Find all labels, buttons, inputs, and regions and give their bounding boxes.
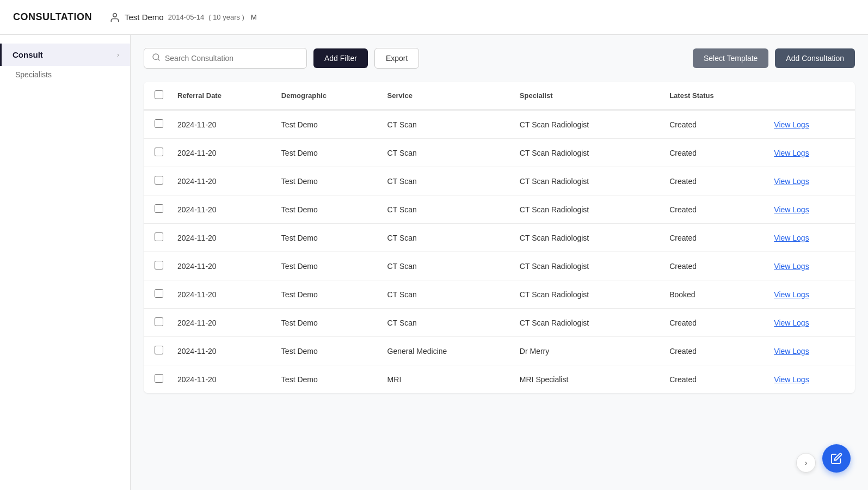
row-latest-status: Created (663, 110, 767, 139)
row-checkbox-cell (144, 110, 171, 139)
row-service: CT Scan (381, 110, 513, 139)
col-latest-status: Latest Status (663, 82, 767, 110)
chevron-right-icon: › (117, 51, 119, 59)
row-demographic: Test Demo (275, 110, 381, 139)
row-latest-status: Created (663, 252, 767, 280)
row-latest-status: Created (663, 337, 767, 365)
row-referral-date: 2024-11-20 (171, 167, 275, 195)
table-row: 2024-11-20 Test Demo CT Scan CT Scan Rad… (144, 280, 855, 309)
row-checkbox-cell (144, 337, 171, 365)
row-referral-date: 2024-11-20 (171, 224, 275, 252)
row-checkbox-7[interactable] (155, 317, 163, 326)
row-action-cell: View Logs (767, 224, 855, 252)
col-checkbox (144, 82, 171, 110)
row-demographic: Test Demo (275, 309, 381, 337)
search-box (144, 48, 307, 69)
view-logs-link[interactable]: View Logs (774, 205, 809, 214)
search-input[interactable] (165, 54, 299, 63)
row-demographic: Test Demo (275, 337, 381, 365)
table-row: 2024-11-20 Test Demo General Medicine Dr… (144, 337, 855, 365)
row-service: CT Scan (381, 252, 513, 280)
row-referral-date: 2024-11-20 (171, 309, 275, 337)
view-logs-link[interactable]: View Logs (774, 375, 809, 384)
view-logs-link[interactable]: View Logs (774, 262, 809, 271)
row-service: CT Scan (381, 167, 513, 195)
view-logs-link[interactable]: View Logs (774, 120, 809, 129)
add-filter-button[interactable]: Add Filter (313, 48, 368, 68)
row-service: General Medicine (381, 337, 513, 365)
svg-line-2 (158, 59, 159, 60)
row-specialist: CT Scan Radiologist (513, 139, 663, 167)
row-checkbox-cell (144, 252, 171, 280)
row-service: CT Scan (381, 280, 513, 309)
nav-next-button[interactable]: › (796, 453, 816, 473)
row-checkbox-9[interactable] (155, 374, 163, 383)
row-demographic: Test Demo (275, 139, 381, 167)
row-checkbox-6[interactable] (155, 289, 163, 298)
col-referral-date: Referral Date (171, 82, 275, 110)
row-demographic: Test Demo (275, 252, 381, 280)
row-specialist: MRI Specialist (513, 365, 663, 394)
row-checkbox-cell (144, 365, 171, 394)
row-checkbox-4[interactable] (155, 232, 163, 241)
row-checkbox-3[interactable] (155, 204, 163, 213)
view-logs-link[interactable]: View Logs (774, 149, 809, 157)
sidebar-item-specialists[interactable]: Specialists (0, 66, 130, 83)
row-checkbox-cell (144, 167, 171, 195)
row-demographic: Test Demo (275, 224, 381, 252)
row-service: MRI (381, 365, 513, 394)
toolbar-right: Select Template Add Consultation (693, 48, 855, 68)
select-template-button[interactable]: Select Template (693, 48, 768, 68)
view-logs-link[interactable]: View Logs (774, 290, 809, 299)
row-referral-date: 2024-11-20 (171, 139, 275, 167)
view-logs-link[interactable]: View Logs (774, 318, 809, 327)
row-service: CT Scan (381, 139, 513, 167)
view-logs-link[interactable]: View Logs (774, 347, 809, 356)
view-logs-link[interactable]: View Logs (774, 234, 809, 242)
row-checkbox-cell (144, 309, 171, 337)
table-row: 2024-11-20 Test Demo CT Scan CT Scan Rad… (144, 309, 855, 337)
col-demographic: Demographic (275, 82, 381, 110)
row-action-cell: View Logs (767, 167, 855, 195)
row-latest-status: Booked (663, 280, 767, 309)
table-header-row: Referral Date Demographic Service Specia… (144, 82, 855, 110)
patient-age: ( 10 years ) (208, 13, 244, 21)
sidebar: Consult › Specialists (0, 35, 131, 490)
row-action-cell: View Logs (767, 280, 855, 309)
view-logs-link[interactable]: View Logs (774, 177, 809, 186)
row-checkbox-2[interactable] (155, 176, 163, 185)
app-header: CONSULTATION Test Demo 2014-05-14 ( 10 y… (0, 0, 868, 35)
col-action (767, 82, 855, 110)
patient-name: Test Demo (125, 13, 164, 22)
row-action-cell: View Logs (767, 139, 855, 167)
row-specialist: CT Scan Radiologist (513, 167, 663, 195)
row-action-cell: View Logs (767, 252, 855, 280)
row-checkbox-5[interactable] (155, 261, 163, 270)
row-demographic: Test Demo (275, 167, 381, 195)
sidebar-item-consult[interactable]: Consult › (0, 44, 130, 66)
row-checkbox-1[interactable] (155, 148, 163, 156)
export-button[interactable]: Export (374, 48, 419, 69)
row-specialist: CT Scan Radiologist (513, 110, 663, 139)
table-row: 2024-11-20 Test Demo MRI MRI Specialist … (144, 365, 855, 394)
patient-info: Test Demo 2014-05-14 ( 10 years ) M (109, 12, 257, 23)
row-action-cell: View Logs (767, 337, 855, 365)
floating-edit-button[interactable] (822, 444, 851, 473)
row-specialist: CT Scan Radiologist (513, 252, 663, 280)
select-all-checkbox[interactable] (155, 90, 163, 99)
patient-gender: M (251, 13, 257, 21)
row-action-cell: View Logs (767, 110, 855, 139)
patient-dob: 2014-05-14 (168, 13, 205, 21)
row-referral-date: 2024-11-20 (171, 195, 275, 224)
table-row: 2024-11-20 Test Demo CT Scan CT Scan Rad… (144, 224, 855, 252)
table-row: 2024-11-20 Test Demo CT Scan CT Scan Rad… (144, 252, 855, 280)
row-checkbox-8[interactable] (155, 346, 163, 354)
layout: Consult › Specialists Add Filter Export (0, 35, 868, 490)
row-latest-status: Created (663, 224, 767, 252)
sidebar-sub-specialists-label: Specialists (15, 70, 52, 79)
row-action-cell: View Logs (767, 365, 855, 394)
row-checkbox-0[interactable] (155, 119, 163, 128)
add-consultation-button[interactable]: Add Consultation (775, 48, 855, 68)
table-row: 2024-11-20 Test Demo CT Scan CT Scan Rad… (144, 110, 855, 139)
row-latest-status: Created (663, 139, 767, 167)
